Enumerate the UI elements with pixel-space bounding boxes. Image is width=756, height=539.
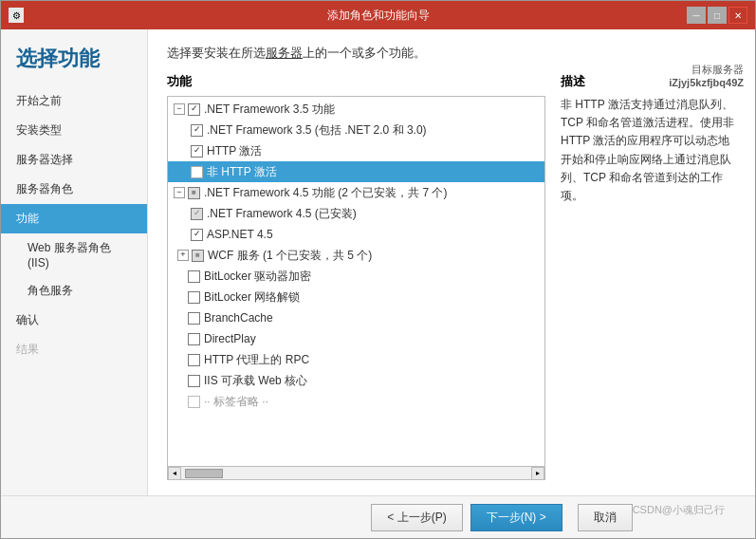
watermark-text: CSDN@小魂归己行 xyxy=(633,503,725,517)
sidebar-item-server-select[interactable]: 服务器选择 xyxy=(1,145,147,175)
feature-list-container: − .NET Framework 3.5 功能 .NET Framework 3… xyxy=(167,96,545,480)
checkbox-http-rpc[interactable] xyxy=(188,354,200,366)
feature-label-more: ·· 标签省略 ·· xyxy=(204,393,268,410)
list-item[interactable]: BitLocker 网络解锁 xyxy=(168,287,544,307)
expand-net45[interactable]: − xyxy=(174,187,185,198)
checkbox-aspnet45[interactable] xyxy=(191,229,203,241)
list-item[interactable]: ·· 标签省略 ·· xyxy=(168,391,544,412)
list-item[interactable]: .NET Framework 3.5 (包括 .NET 2.0 和 3.0) xyxy=(168,120,544,140)
app-icon: ⚙ xyxy=(9,8,24,23)
list-item[interactable]: BranchCache xyxy=(168,307,544,328)
sidebar-item-server-roles[interactable]: 服务器角色 xyxy=(1,175,147,204)
sidebar: 选择功能 开始之前 安装类型 服务器选择 服务器角色 功能 Web 服务器角色(… xyxy=(1,29,148,495)
feature-label-http-rpc: HTTP 代理上的 RPC xyxy=(204,351,309,368)
prev-button[interactable]: < 上一步(P) xyxy=(371,504,462,531)
feature-label-iis-webcore: IIS 可承载 Web 核心 xyxy=(204,372,307,389)
feature-label-bitlocker-net: BitLocker 网络解锁 xyxy=(204,288,300,306)
server-info: 目标服务器 iZjyj5kzfjbq49Z xyxy=(669,63,744,88)
main-window: ⚙ 添加角色和功能向导 ─ □ ✕ 目标服务器 iZjyj5kzfjbq49Z … xyxy=(0,0,756,539)
scroll-right-arrow[interactable]: ▸ xyxy=(531,467,544,480)
list-item[interactable]: − .NET Framework 3.5 功能 xyxy=(168,99,544,120)
list-item[interactable]: .NET Framework 4.5 (已安装) xyxy=(168,203,544,224)
sidebar-item-role-services[interactable]: 角色服务 xyxy=(1,276,147,306)
title-bar: ⚙ 添加角色和功能向导 ─ □ ✕ xyxy=(1,1,755,29)
expand-net35[interactable]: − xyxy=(174,103,185,115)
sidebar-item-start[interactable]: 开始之前 xyxy=(1,86,147,116)
feature-label-bitlocker: BitLocker 驱动器加密 xyxy=(204,268,311,285)
checkbox-branchcache[interactable] xyxy=(188,312,200,325)
window-title: 添加角色和功能向导 xyxy=(327,8,430,24)
sidebar-item-results: 结果 xyxy=(1,335,147,364)
sidebar-item-confirm[interactable]: 确认 xyxy=(1,306,147,335)
close-button[interactable]: ✕ xyxy=(728,7,747,24)
server-info-label: 目标服务器 xyxy=(669,63,744,77)
checkbox-bitlocker[interactable] xyxy=(188,270,200,283)
server-info-name: iZjyj5kzfjbq49Z xyxy=(669,77,744,88)
list-item[interactable]: + WCF 服务 (1 个已安装，共 5 个) xyxy=(168,245,544,266)
feature-label-net45: .NET Framework 4.5 功能 (2 个已安装，共 7 个) xyxy=(204,184,447,201)
checkbox-bitlocker-net[interactable] xyxy=(188,291,200,304)
list-item[interactable]: ASP.NET 4.5 xyxy=(168,224,544,245)
list-item[interactable]: HTTP 代理上的 RPC xyxy=(168,349,544,370)
description-panel: 描述 非 HTTP 激活支持通过消息队列、TCP 和命名管道激活进程。使用非 H… xyxy=(561,73,736,480)
feature-label-branchcache: BranchCache xyxy=(204,309,273,326)
window-controls: ─ □ ✕ xyxy=(687,7,747,24)
feature-label-aspnet45: ASP.NET 4.5 xyxy=(207,226,273,243)
checkbox-net35-inc[interactable] xyxy=(191,124,203,137)
checkbox-net45-base[interactable] xyxy=(191,208,203,220)
list-item[interactable]: DirectPlay xyxy=(168,328,544,349)
feature-label-net35-inc: .NET Framework 3.5 (包括 .NET 2.0 和 3.0) xyxy=(207,121,427,139)
scroll-thumb[interactable] xyxy=(185,469,223,478)
minimize-button[interactable]: ─ xyxy=(687,7,706,24)
sidebar-item-web-server[interactable]: Web 服务器角色(IIS) xyxy=(1,233,147,276)
list-item[interactable]: IIS 可承载 Web 核心 xyxy=(168,370,544,391)
feature-label-wcf: WCF 服务 (1 个已安装，共 5 个) xyxy=(208,247,372,264)
list-item-non-http[interactable]: 非 HTTP 激活 xyxy=(168,161,544,182)
feature-label-net45-base: .NET Framework 4.5 (已安装) xyxy=(207,205,357,222)
feature-label-http-activate: HTTP 激活 xyxy=(207,142,262,159)
footer: < 上一步(P) 下一步(N) > 取消 CSDN@小魂归己行 xyxy=(1,495,755,538)
checkbox-http-activate[interactable] xyxy=(191,145,203,158)
title-bar-left: ⚙ xyxy=(9,8,24,23)
description-text: 非 HTTP 激活支持通过消息队列、TCP 和命名管道激活进程。使用非 HTTP… xyxy=(561,96,736,205)
feature-list[interactable]: − .NET Framework 3.5 功能 .NET Framework 3… xyxy=(168,97,544,466)
horizontal-scrollbar[interactable]: ◂ ▸ xyxy=(168,466,544,479)
scroll-track[interactable] xyxy=(181,467,531,479)
checkbox-net45[interactable] xyxy=(188,187,200,199)
checkbox-non-http-activate[interactable] xyxy=(191,166,203,178)
expand-wcf[interactable]: + xyxy=(177,250,189,261)
list-item[interactable]: HTTP 激活 xyxy=(168,140,544,161)
header-underline: 服务器 xyxy=(266,46,303,60)
main-header: 选择要安装在所选服务器上的一个或多个功能。 xyxy=(167,45,736,62)
main-content: 选择要安装在所选服务器上的一个或多个功能。 功能 − xyxy=(148,29,755,495)
checkbox-more[interactable] xyxy=(188,396,200,408)
checkbox-iis-webcore[interactable] xyxy=(188,375,200,387)
feature-label-net35: .NET Framework 3.5 功能 xyxy=(204,101,335,118)
checkbox-net35[interactable] xyxy=(188,103,200,116)
page-title: 选择功能 xyxy=(1,39,147,86)
cancel-button[interactable]: 取消 xyxy=(578,504,633,531)
checkbox-directplay[interactable] xyxy=(188,333,200,345)
features-area: 功能 − .NET Framework 3.5 功能 xyxy=(167,73,736,480)
checkbox-wcf[interactable] xyxy=(192,250,204,262)
feature-label-non-http-activate: 非 HTTP 激活 xyxy=(207,163,277,180)
next-button[interactable]: 下一步(N) > xyxy=(470,504,562,531)
feature-label-directplay: DirectPlay xyxy=(204,330,256,347)
maximize-button[interactable]: □ xyxy=(708,7,727,24)
list-item[interactable]: BitLocker 驱动器加密 xyxy=(168,266,544,287)
sidebar-item-features[interactable]: 功能 xyxy=(1,204,147,233)
header-description: 选择要安装在所选服务器上的一个或多个功能。 xyxy=(167,45,736,62)
list-item[interactable]: − .NET Framework 4.5 功能 (2 个已安装，共 7 个) xyxy=(168,182,544,203)
col-header-features: 功能 xyxy=(167,73,545,90)
scroll-left-arrow[interactable]: ◂ xyxy=(168,467,181,480)
sidebar-item-install-type[interactable]: 安装类型 xyxy=(1,116,147,145)
